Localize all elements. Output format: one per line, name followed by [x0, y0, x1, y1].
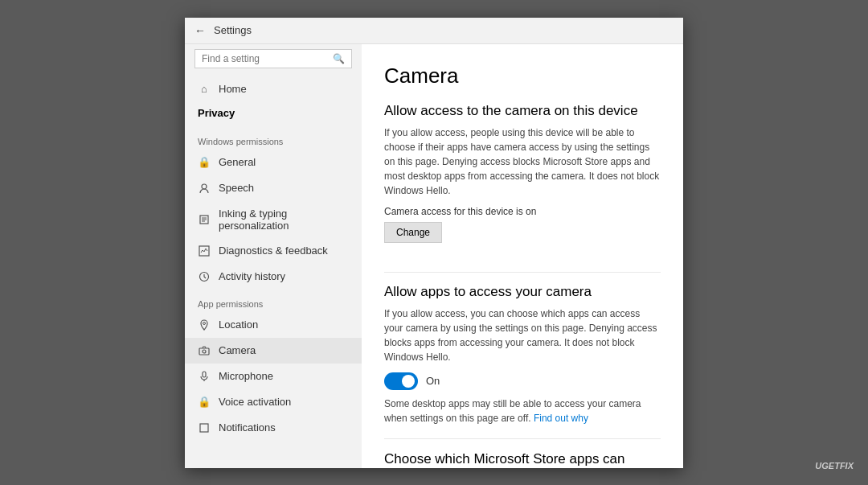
lock-icon: 🔒	[198, 156, 211, 169]
sidebar-item-general-label: General	[219, 156, 256, 168]
back-button[interactable]: ←	[194, 24, 206, 37]
sidebar-item-diagnostics-label: Diagnostics & feedback	[219, 245, 328, 257]
page-title: Camera	[384, 64, 661, 88]
activity-icon	[198, 270, 211, 283]
section1-desc: If you allow access, people using this d…	[384, 125, 661, 198]
sidebar: 🔍 ⌂ Home Privacy Windows permissions 🔒 G…	[185, 44, 362, 468]
change-button[interactable]: Change	[384, 222, 442, 243]
sidebar-item-inking-label: Inking & typing personalization	[219, 208, 349, 232]
divider1	[384, 272, 661, 273]
svg-point-7	[203, 322, 206, 324]
svg-point-0	[202, 184, 207, 189]
svg-rect-8	[199, 348, 209, 355]
sidebar-item-general[interactable]: 🔒 General	[185, 150, 362, 175]
find-out-why-link[interactable]: Find out why	[534, 413, 588, 424]
sidebar-item-voice[interactable]: 🔒 Voice activation	[185, 389, 362, 415]
sidebar-item-location[interactable]: Location	[185, 312, 362, 338]
section2-toggle-label: On	[426, 375, 440, 387]
title-bar: ← Settings	[185, 18, 683, 44]
sidebar-item-notifications[interactable]: Notifications	[185, 415, 362, 441]
toggle-knob	[402, 375, 415, 388]
sidebar-item-voice-label: Voice activation	[219, 396, 291, 408]
section1-status: Camera access for this device is on	[384, 206, 661, 217]
sidebar-item-activity-label: Activity history	[219, 270, 285, 282]
location-icon	[198, 319, 211, 331]
apps-camera-toggle[interactable]	[384, 372, 418, 390]
svg-rect-10	[203, 372, 206, 377]
section2-desc: If you allow access, you can choose whic…	[384, 306, 661, 364]
main-content: Camera Allow access to the camera on thi…	[362, 44, 683, 468]
windows-permissions-label: Windows permissions	[185, 127, 362, 150]
window-content: 🔍 ⌂ Home Privacy Windows permissions 🔒 G…	[185, 44, 683, 468]
sidebar-item-camera[interactable]: Camera	[185, 338, 362, 364]
home-icon: ⌂	[198, 83, 211, 96]
search-input[interactable]	[202, 53, 333, 64]
camera-icon	[198, 344, 211, 357]
sidebar-item-microphone-label: Microphone	[219, 370, 273, 382]
sidebar-item-camera-label: Camera	[219, 344, 256, 356]
section2-footnote: Some desktop apps may still be able to a…	[384, 397, 661, 425]
section3-heading: Choose which Microsoft Store apps can ac…	[384, 450, 661, 468]
watermark: UGETFIX	[815, 461, 854, 471]
sidebar-item-home-label: Home	[219, 83, 247, 95]
speech-icon	[198, 182, 211, 195]
sidebar-item-diagnostics[interactable]: Diagnostics & feedback	[185, 238, 362, 264]
section2-heading: Allow apps to access your camera	[384, 284, 661, 300]
section1-heading: Allow access to the camera on this devic…	[384, 103, 661, 119]
divider2	[384, 438, 661, 439]
sidebar-item-home[interactable]: ⌂ Home	[185, 76, 362, 102]
voice-icon: 🔒	[198, 396, 211, 409]
section2-toggle-row: On	[384, 372, 661, 390]
diagnostics-icon	[198, 245, 211, 257]
settings-window: ← Settings 🔍 ⌂ Home Privacy Windows perm…	[185, 18, 683, 468]
sidebar-item-location-label: Location	[219, 319, 258, 331]
privacy-label: Privacy	[185, 102, 362, 127]
sidebar-item-microphone[interactable]: Microphone	[185, 364, 362, 389]
sidebar-item-speech[interactable]: Speech	[185, 175, 362, 201]
sidebar-item-activity[interactable]: Activity history	[185, 264, 362, 290]
notifications-icon	[198, 421, 211, 434]
svg-point-9	[203, 350, 206, 353]
search-box[interactable]: 🔍	[194, 49, 352, 68]
microphone-icon	[198, 370, 211, 383]
search-icon: 🔍	[333, 53, 345, 64]
sidebar-item-notifications-label: Notifications	[219, 421, 276, 434]
sidebar-item-inking[interactable]: Inking & typing personalization	[185, 201, 362, 238]
svg-rect-12	[200, 424, 208, 432]
inking-icon	[198, 213, 211, 226]
sidebar-item-speech-label: Speech	[219, 182, 254, 194]
window-title: Settings	[214, 24, 252, 36]
app-permissions-label: App permissions	[185, 290, 362, 312]
